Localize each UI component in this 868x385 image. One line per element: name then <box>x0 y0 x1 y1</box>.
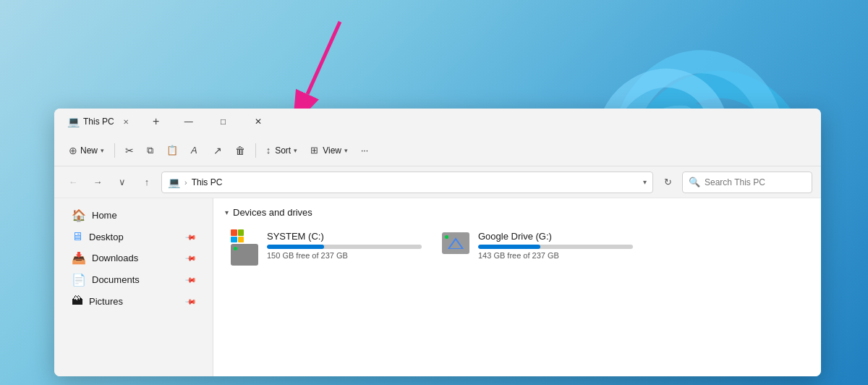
share-icon: ↗ <box>213 145 222 156</box>
sort-button[interactable]: ↕ Sort ▾ <box>260 139 304 162</box>
toolbar: ⊕ New ▾ ✂ ⧉ 📋 A ↗ 🗑 ↕ Sort ▾ <box>54 135 821 166</box>
home-icon: 🏠 <box>72 208 86 222</box>
desktop-pin-icon: 📌 <box>185 231 197 242</box>
svg-marker-2 <box>448 239 463 249</box>
delete-button[interactable]: 🗑 <box>229 139 251 162</box>
sidebar-item-documents-label: Documents <box>92 274 140 285</box>
devices-section-label: Devices and drives <box>233 207 312 218</box>
new-chevron-icon: ▾ <box>101 147 104 154</box>
cut-button[interactable]: ✂ <box>119 139 140 162</box>
drive-c-details: SYSTEM (C:) 150 GB free of 237 GB <box>267 231 422 260</box>
downloads-icon: 📥 <box>72 251 86 265</box>
pictures-icon: 🏔 <box>72 295 83 308</box>
sidebar-item-downloads-label: Downloads <box>92 253 138 263</box>
drive-c-icon <box>231 231 260 257</box>
cut-icon: ✂ <box>125 145 134 156</box>
back-button[interactable]: ← <box>63 172 83 192</box>
drive-c-bar-fill <box>267 245 324 249</box>
address-path: This PC <box>192 177 223 187</box>
search-input[interactable] <box>705 177 806 187</box>
more-button[interactable]: ··· <box>355 139 374 162</box>
copy-button[interactable]: ⧉ <box>141 139 159 162</box>
up-button[interactable]: ↑ <box>137 172 157 192</box>
forward-button[interactable]: → <box>88 172 108 192</box>
annotation-arrow <box>275 14 362 109</box>
file-area: ▾ Devices and drives <box>213 198 821 376</box>
downloads-pin-icon: 📌 <box>185 252 197 263</box>
close-button[interactable]: ✕ <box>242 110 275 133</box>
documents-icon: 📄 <box>72 273 86 287</box>
sidebar-item-desktop[interactable]: 🖥 Desktop 📌 <box>60 227 207 247</box>
toolbar-sep-1 <box>114 143 115 158</box>
title-bar: 💻 This PC ✕ + — □ ✕ <box>54 109 821 135</box>
new-icon: ⊕ <box>69 145 77 156</box>
drive-g-bar-fill <box>478 245 540 249</box>
search-icon: 🔍 <box>689 177 700 187</box>
share-button[interactable]: ↗ <box>208 139 228 162</box>
sidebar-item-pictures-label: Pictures <box>89 296 123 307</box>
drive-c-item[interactable]: SYSTEM (C:) 150 GB free of 237 GB <box>225 225 427 266</box>
svg-line-1 <box>307 22 340 94</box>
recent-locations-button[interactable]: ∨ <box>112 172 132 192</box>
drive-c-name: SYSTEM (C:) <box>267 231 422 242</box>
window-tab-icon: 💻 <box>67 116 80 127</box>
devices-chevron-icon: ▾ <box>225 208 229 216</box>
window-tab-title: This PC <box>83 117 114 127</box>
sort-label: Sort <box>275 145 291 156</box>
rename-button[interactable]: A <box>185 139 206 162</box>
view-icon: ⊞ <box>310 145 318 156</box>
drive-c-space: 150 GB free of 237 GB <box>267 251 422 260</box>
address-chevron-icon: ▾ <box>643 178 647 186</box>
sidebar-item-pictures[interactable]: 🏔 Pictures 📌 <box>60 291 207 311</box>
new-button[interactable]: ⊕ New ▾ <box>63 139 110 162</box>
view-label: View <box>323 145 341 156</box>
copy-icon: ⧉ <box>147 145 153 156</box>
google-drive-icon <box>448 237 464 249</box>
more-icon: ··· <box>361 145 368 156</box>
sort-icon: ↕ <box>266 145 271 156</box>
drive-g-icon <box>442 231 471 257</box>
window-controls: — □ ✕ <box>172 110 275 133</box>
maximize-button[interactable]: □ <box>207 110 240 133</box>
toolbar-sep-2 <box>255 143 256 158</box>
drive-g-item[interactable]: Google Drive (G:) 143 GB free of 237 GB <box>436 225 639 266</box>
delete-icon: 🗑 <box>235 145 245 156</box>
sidebar-item-downloads[interactable]: 📥 Downloads 📌 <box>60 248 207 268</box>
drive-g-details: Google Drive (G:) 143 GB free of 237 GB <box>478 231 633 260</box>
new-label: New <box>80 145 98 156</box>
minimize-button[interactable]: — <box>172 110 205 133</box>
sort-chevron-icon: ▾ <box>294 147 297 154</box>
drive-g-bar-bg <box>478 245 633 249</box>
drives-grid: SYSTEM (C:) 150 GB free of 237 GB <box>225 225 809 266</box>
drive-g-name: Google Drive (G:) <box>478 231 633 242</box>
pictures-pin-icon: 📌 <box>185 295 197 307</box>
documents-pin-icon: 📌 <box>185 274 197 285</box>
devices-section-header[interactable]: ▾ Devices and drives <box>225 207 809 218</box>
address-bar-row: ← → ∨ ↑ 💻 › This PC ▾ ↻ 🔍 <box>54 166 821 198</box>
window-tab[interactable]: 💻 This PC ✕ <box>60 110 139 133</box>
sidebar-item-home-label: Home <box>92 210 117 221</box>
desktop-icon: 🖥 <box>72 230 83 243</box>
sidebar-item-home[interactable]: 🏠 Home <box>60 205 207 226</box>
sidebar-item-desktop-label: Desktop <box>89 232 124 242</box>
search-box[interactable]: 🔍 <box>682 172 812 193</box>
new-tab-button[interactable]: + <box>146 111 166 132</box>
paste-icon: 📋 <box>166 145 178 156</box>
tab-close-button[interactable]: ✕ <box>120 116 132 127</box>
drive-g-space: 143 GB free of 237 GB <box>478 251 633 260</box>
view-chevron-icon: ▾ <box>344 147 348 154</box>
address-pc-icon: 💻 <box>168 177 180 188</box>
rename-icon: A <box>191 145 197 156</box>
explorer-window: 💻 This PC ✕ + — □ ✕ ⊕ New ▾ ✂ ⧉ 📋 A <box>54 109 821 376</box>
sidebar: 🏠 Home 🖥 Desktop 📌 📥 Downloads 📌 📄 Docum… <box>54 198 213 376</box>
view-button[interactable]: ⊞ View ▾ <box>305 139 354 162</box>
refresh-button[interactable]: ↻ <box>658 172 678 192</box>
sidebar-item-documents[interactable]: 📄 Documents 📌 <box>60 269 207 290</box>
address-bar[interactable]: 💻 › This PC ▾ <box>161 172 653 193</box>
content-area: 🏠 Home 🖥 Desktop 📌 📥 Downloads 📌 📄 Docum… <box>54 198 821 376</box>
drive-c-bar-bg <box>267 245 422 249</box>
address-separator: › <box>184 178 187 187</box>
paste-button[interactable]: 📋 <box>161 139 184 162</box>
